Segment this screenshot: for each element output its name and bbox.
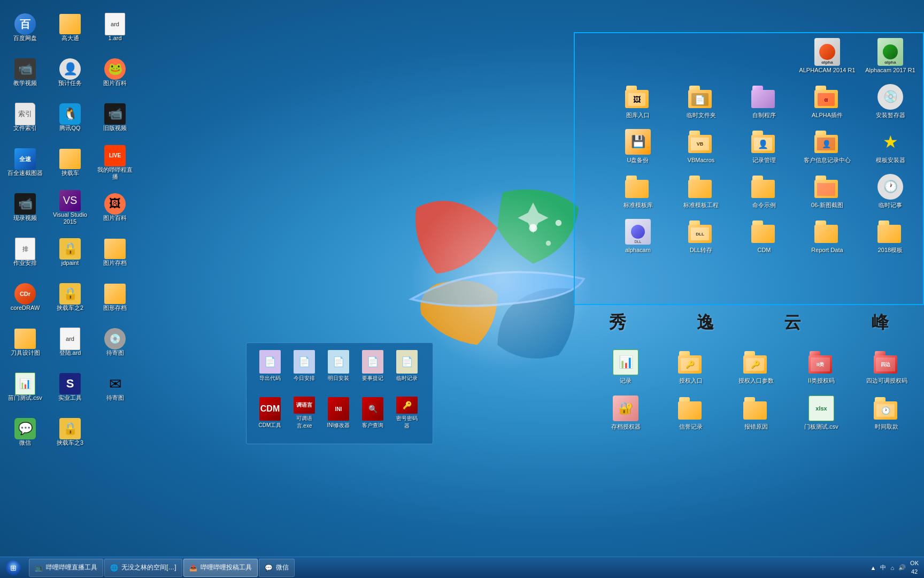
popup-icon-jinrian[interactable]: 📄 今日安排	[289, 347, 319, 385]
bottom-right-icons: 📊 记录 🔑 授权入口 🔑 授权入口参数 II类	[592, 343, 921, 438]
icon-jilugly[interactable]: 👤 记录管理	[733, 125, 795, 169]
icon-reportdata[interactable]: Report Data	[796, 215, 858, 258]
icon-wenjian[interactable]: 索引 文件索引	[4, 96, 47, 139]
icon-xinsjl[interactable]: 信誉记录	[660, 391, 722, 435]
icon-cunaq[interactable]: 🔐 存档授权器	[595, 391, 657, 435]
browser-icon: 🌐	[110, 564, 118, 572]
icon-zuoye[interactable]: 排 作业安排	[4, 231, 47, 274]
icon-yujiren[interactable]: 👤 预计任务	[49, 51, 91, 94]
icon-alphacam2[interactable]: DLL alphacam	[607, 215, 669, 258]
icon-jiaoyu[interactable]: 📹 教学视频	[4, 51, 47, 94]
popup-icon-yaoshi[interactable]: 📄 要事提记	[358, 347, 388, 385]
icon-xiezai2[interactable]: 🔒 挟载车之2	[49, 276, 91, 319]
icon-daoji[interactable]: 刀具设计图	[4, 321, 47, 364]
taskbar-item-label: 哔哩哔哩直播工具	[46, 563, 97, 572]
system-clock[interactable]: OK 42	[910, 559, 919, 576]
icon-shijiandq[interactable]: 🕐 时间取款	[856, 391, 918, 435]
icon-youjian[interactable]: ✉ 待寄图	[94, 366, 136, 409]
icon-kehuxx[interactable]: 👤 客户信息记录中心	[796, 125, 858, 169]
icon-bzmgc[interactable]: 标准模板工程	[670, 170, 732, 214]
icon-anzhuang[interactable]: 💿 安装暂存器	[859, 80, 921, 124]
icon-xiezai[interactable]: 挟载车	[49, 141, 91, 184]
tray-sound[interactable]: 🔊	[898, 564, 906, 571]
icon-vbmacros[interactable]: VB VBMacros	[670, 125, 732, 169]
icon-cdm[interactable]: CDM	[733, 215, 795, 258]
clock-time: OK	[910, 559, 919, 567]
icon-live[interactable]: LIVE 我的哔哔程直播	[94, 141, 136, 184]
icon-alphacam2014[interactable]: αlpha ALPHACAM 2014 R1	[796, 35, 858, 79]
icon-vs2015[interactable]: VS Visual Studio 2015	[49, 186, 91, 229]
icon-imgcun[interactable]: 🖼 图片百科	[94, 186, 136, 229]
icon-mentest[interactable]: 📊 苗门测试.csv	[4, 366, 47, 409]
icon-tupian2[interactable]: 图片存档	[94, 231, 136, 274]
icon-mentest2[interactable]: xlsx 门板测试.csv	[790, 391, 852, 435]
icon-jiucun[interactable]: 📹 旧版视频	[94, 96, 136, 139]
tray-network[interactable]: ⌂	[890, 565, 894, 571]
taskbar-item-wechat[interactable]: 💬 微信	[259, 559, 295, 577]
icon-jilu[interactable]: 📊 记录	[595, 345, 657, 389]
icon-gaoda[interactable]: 高大通	[49, 6, 91, 49]
icon-xintuc[interactable]: 06-新图截图	[796, 170, 858, 214]
popup-icon-linshi[interactable]: 📄 临时记录	[392, 347, 422, 385]
icon-lingls[interactable]: 命令示例	[733, 170, 795, 214]
icon-weixin[interactable]: 💬 微信	[4, 411, 47, 454]
icon-alphacam2017[interactable]: αlpha Alphacam 2017 R1	[859, 35, 921, 79]
icon-alpha[interactable]: α ALPHA插件	[796, 80, 858, 124]
start-orb-icon: ⊞	[5, 560, 21, 576]
icon-jdpaint[interactable]: 🔒 jdpaint	[49, 231, 91, 274]
svg-point-2	[546, 241, 551, 246]
bilibili-icon: 📺	[35, 564, 43, 572]
popup-icon-minrian[interactable]: 📄 明日安装	[324, 347, 353, 385]
tray-arrow[interactable]: ▲	[871, 565, 876, 571]
taskbar-items: 📺 哔哩哔哩直播工具 🌐 无没之林的空间[…] 📤 哔哩哔哩投稿工具 💬 微信	[27, 559, 865, 577]
start-button[interactable]: ⊞	[0, 557, 27, 579]
icon-coredraw[interactable]: CDr coreDRAW	[4, 276, 47, 319]
icon-denglu[interactable]: ard 登陆.ard	[49, 321, 91, 364]
icon-tuku[interactable]: 🖼 图库入口	[607, 80, 669, 124]
popup-icon-daimasc[interactable]: 📄 导出代码	[255, 347, 285, 385]
icon-linshijs[interactable]: 🕐 临时记事	[859, 170, 921, 214]
icon-shiye[interactable]: S 实业工具	[49, 366, 91, 409]
popup-icon-ini[interactable]: INI INI修改器	[324, 394, 353, 432]
wechat-icon: 💬	[265, 564, 273, 572]
taskbar: ⊞ 📺 哔哩哔哩直播工具 🌐 无没之林的空间[…] 📤 哔哩哔哩投稿工具 💬 微…	[0, 557, 924, 578]
icon-sbksq[interactable]: 四边 四边可调授权码	[856, 345, 918, 389]
popup-icon-mimima[interactable]: 🔑 密号密码器	[392, 394, 422, 432]
popup-icon-kehucx[interactable]: 🔍 客户查询	[358, 394, 388, 432]
icon-tupian[interactable]: 🐸 图片百科	[94, 51, 136, 94]
desktop-left-icons: 百 百度网盘 📹 教学视频 索引 文件索引 全速 百全速截图器 📹 现录视频 排…	[0, 0, 118, 482]
popup-icon-cdmgj[interactable]: CDM CDM工具	[255, 394, 285, 432]
taskbar-item-label: 哔哩哔哩投稿工具	[201, 563, 252, 572]
icon-dllzh[interactable]: DLL DLL转存	[670, 215, 732, 258]
icon-zizhicheng[interactable]: 自制程序	[733, 80, 795, 124]
icon-baidu[interactable]: 百 百度网盘	[4, 6, 47, 49]
taskbar-item-bilibili2[interactable]: 📤 哔哩哔哩投稿工具	[183, 559, 258, 577]
tray-ime[interactable]: 中	[880, 564, 886, 572]
icon-shouqryc[interactable]: 🔑 授权入口参数	[725, 345, 787, 389]
taskbar-item-bilibili[interactable]: 📺 哔哩哔哩直播工具	[29, 559, 103, 577]
icon-tupian3[interactable]: 图形存档	[94, 276, 136, 319]
icon-mbanaz[interactable]: ★ 模板安装器	[859, 125, 921, 169]
icon-quansc[interactable]: 全速 百全速截图器	[4, 141, 47, 184]
icon-shouqrk[interactable]: 🔑 授权入口	[660, 345, 722, 389]
icon-erjsq[interactable]: II类 II类授权码	[790, 345, 852, 389]
icon-xiezai3[interactable]: 🔒 挟载车之3	[49, 411, 91, 454]
icon-qq[interactable]: 🐧 腾讯QQ	[49, 96, 91, 139]
chinese-labels-row: 秀 逸 云 峰	[574, 305, 924, 340]
system-tray: ▲ 中 ⌂ 🔊 OK 42	[865, 557, 924, 579]
taskbar-item-browser[interactable]: 🌐 无没之林的空间[…]	[104, 559, 182, 577]
svg-text:⊞: ⊞	[10, 564, 17, 572]
popup-icon-keyuyan[interactable]: 调语言 可调语言.exe	[289, 394, 319, 432]
icon-xianjl[interactable]: 📹 现录视频	[4, 186, 47, 229]
icon-1ard[interactable]: ard 1.ard	[94, 6, 136, 49]
icon-ubeicun[interactable]: 💾 U盘备份	[607, 125, 669, 169]
floating-popup: 📄 导出代码 📄 今日安排 📄 明日安装 📄 要事提记 📄 临时记录 CDM C…	[246, 343, 433, 444]
icon-guangp[interactable]: 💿 待寄图	[94, 321, 136, 364]
icon-bzmbk[interactable]: 标准模板库	[607, 170, 669, 214]
right-panel-icons: αlpha ALPHACAM 2014 R1 αlpha Alphacam 20…	[571, 35, 921, 260]
icon-baocyl[interactable]: 报错原因	[725, 391, 787, 435]
icon-linshi[interactable]: 📄 临时文件夹	[670, 80, 732, 124]
upload-icon: 📤	[189, 564, 197, 572]
taskbar-item-label: 无没之林的空间[…]	[121, 563, 176, 572]
icon-year2018[interactable]: 2018模板	[859, 215, 921, 258]
